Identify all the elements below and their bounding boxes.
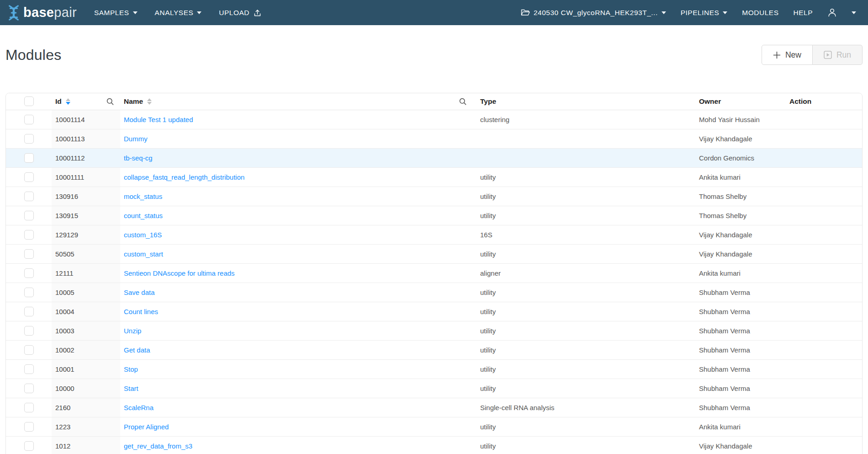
row-checkbox[interactable] (24, 364, 34, 374)
module-name-link[interactable]: collapse_fastq_read_length_distribution (124, 173, 244, 181)
row-checkbox[interactable] (24, 134, 34, 144)
module-name-link[interactable]: Get data (124, 346, 150, 354)
module-name-link[interactable]: mock_status (124, 192, 162, 200)
nav-analyses[interactable]: ANALYSES (155, 9, 202, 17)
row-checkbox[interactable] (24, 115, 34, 124)
owner-cell: Shubham Verma (694, 359, 784, 379)
type-cell: 16S (473, 225, 694, 244)
nav-pipelines[interactable]: PIPELINES (681, 9, 728, 17)
module-name-link[interactable]: Proper Aligned (124, 423, 169, 431)
row-checkbox[interactable] (24, 192, 34, 201)
name-cell: Module Test 1 updated (120, 110, 473, 129)
play-square-icon (824, 51, 832, 59)
name-cell: Unzip (120, 321, 473, 340)
nav-samples-label: SAMPLES (94, 9, 129, 17)
owner-cell: Shubham Verma (694, 283, 784, 302)
column-header-id[interactable]: Id (52, 93, 120, 110)
type-cell (473, 148, 694, 167)
nav-help[interactable]: HELP (794, 9, 813, 17)
row-checkbox[interactable] (24, 307, 34, 316)
row-checkbox[interactable] (24, 211, 34, 220)
action-cell (784, 225, 862, 244)
row-checkbox[interactable] (24, 384, 34, 393)
search-icon[interactable] (459, 98, 469, 105)
type-cell: utility (473, 321, 694, 340)
id-cell: 2160 (52, 398, 120, 417)
row-checkbox[interactable] (24, 230, 34, 240)
id-cell: 10004 (52, 302, 120, 321)
nav-upload[interactable]: UPLOAD (219, 9, 262, 17)
nav-samples[interactable]: SAMPLES (94, 9, 138, 17)
select-all-checkbox[interactable] (24, 96, 34, 106)
module-name-link[interactable]: Start (124, 385, 138, 392)
user-menu[interactable] (827, 8, 837, 17)
owner-cell: Vijay Khandagale (694, 244, 784, 263)
search-icon[interactable] (106, 98, 116, 105)
module-name-link[interactable]: custom_start (124, 250, 163, 258)
brand-logo[interactable]: basepair (6, 4, 77, 21)
new-button[interactable]: New (762, 45, 813, 65)
nav-modules-label: MODULES (742, 9, 778, 17)
type-cell: aligner (473, 263, 694, 283)
type-cell (473, 129, 694, 148)
id-cell: 1012 (52, 436, 120, 454)
module-name-link[interactable]: Module Test 1 updated (124, 116, 193, 123)
type-cell: utility (473, 244, 694, 263)
module-name-link[interactable]: Unzip (124, 327, 141, 335)
id-cell: 50505 (52, 244, 120, 263)
column-header-name[interactable]: Name (120, 93, 473, 110)
row-checkbox[interactable] (24, 268, 34, 278)
column-header-name-label: Name (124, 97, 143, 106)
table-row: 10000 Start utility Shubham Verma (6, 379, 862, 398)
table-row: 10001114 Module Test 1 updated clusterin… (6, 110, 862, 129)
name-cell: Stop (120, 359, 473, 379)
row-checkbox[interactable] (24, 403, 34, 412)
row-checkbox[interactable] (24, 153, 34, 163)
row-checkbox[interactable] (24, 441, 34, 451)
nav-modules[interactable]: MODULES (742, 9, 778, 17)
module-name-link[interactable]: tb-seq-cg (124, 154, 153, 162)
module-name-link[interactable]: count_status (124, 212, 163, 219)
action-cell (784, 359, 862, 379)
action-cell (784, 398, 862, 417)
row-checkbox[interactable] (24, 422, 34, 432)
action-cell (784, 340, 862, 359)
id-cell: 10000 (52, 379, 120, 398)
row-checkbox[interactable] (24, 345, 34, 355)
modules-table: Id Name (5, 93, 863, 454)
action-cell (784, 283, 862, 302)
module-name-link[interactable]: Save data (124, 288, 155, 296)
id-cell: 10001114 (52, 110, 120, 129)
module-name-link[interactable]: Sentieon DNAscope for ultima reads (124, 269, 235, 277)
owner-cell: Ankita kumari (694, 417, 784, 436)
name-cell: Get data (120, 340, 473, 359)
nav-pipelines-label: PIPELINES (681, 9, 720, 17)
table-row: 10003 Unzip utility Shubham Verma (6, 321, 862, 340)
id-cell: 130915 (52, 206, 120, 225)
table-row: 50505 custom_start utility Vijay Khandag… (6, 244, 862, 263)
row-checkbox[interactable] (24, 288, 34, 297)
dna-logo-icon (6, 4, 21, 21)
row-checkbox[interactable] (24, 326, 34, 336)
project-selector[interactable]: 240530 CW_glycoRNA_HEK293T_... (521, 9, 666, 17)
module-name-link[interactable]: custom_16S (124, 231, 162, 239)
table-row: 129129 custom_16S 16S Vijay Khandagale (6, 225, 862, 244)
name-cell: count_status (120, 206, 473, 225)
module-name-link[interactable]: Dummy (124, 135, 148, 143)
module-name-link[interactable]: Stop (124, 365, 138, 373)
module-name-link[interactable]: get_rev_data_from_s3 (124, 442, 192, 450)
row-checkbox[interactable] (24, 172, 34, 182)
module-name-link[interactable]: Count lines (124, 308, 158, 315)
column-header-action: Action (784, 93, 862, 110)
brand-text-light: pair (54, 5, 77, 20)
table-row: 1012 get_rev_data_from_s3 utility Vijay … (6, 436, 862, 454)
table-row: 12111 Sentieon DNAscope for ultima reads… (6, 263, 862, 283)
sort-icons-id (66, 98, 70, 105)
row-checkbox[interactable] (24, 249, 34, 259)
user-menu-caret[interactable] (852, 11, 856, 14)
module-name-link[interactable]: ScaleRna (124, 404, 153, 411)
owner-cell: Ankita kumari (694, 263, 784, 283)
run-button[interactable]: Run (813, 45, 863, 65)
owner-cell: Vijay Khandagale (694, 436, 784, 454)
table-row: 10004 Count lines utility Shubham Verma (6, 302, 862, 321)
